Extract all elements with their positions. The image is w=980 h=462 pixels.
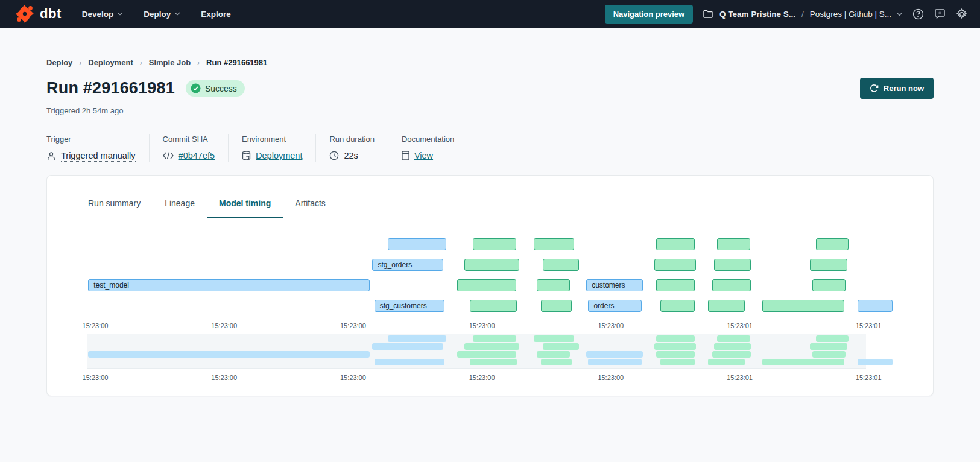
overview-bar [457,351,516,358]
model-bar-customers[interactable]: customers [586,279,643,291]
overview-bar [534,335,574,342]
help-icon[interactable] [911,7,925,21]
model-timing-chart: stg_orderstest_modelcustomersstg_custome… [83,226,909,385]
feedback-icon[interactable] [933,7,946,21]
project-selector[interactable]: Q Team Pristine S... [719,10,795,19]
gantt-overview-chart[interactable]: 15:23:0015:23:0015:23:0015:23:0015:23:00… [83,334,909,385]
environment-selector[interactable]: Postgres | Github | S... [810,10,891,19]
model-bar[interactable] [858,300,893,312]
model-bar[interactable] [660,300,695,312]
time-axis-label: 15:23:01 [856,374,882,381]
overview-bar [586,351,643,358]
model-bar-stg_customers[interactable]: stg_customers [375,300,444,312]
overview-bar [816,335,849,342]
breadcrumb-item[interactable]: Deployment [88,58,133,67]
run-meta-row: TriggerTriggered manuallyCommit SHA#0b47… [46,134,934,162]
nav-item-explore[interactable]: Explore [201,10,231,19]
model-bar-label: orders [589,302,614,310]
tab-lineage[interactable]: Lineage [153,190,207,218]
dbt-logo-text: dbt [40,6,62,22]
model-bar[interactable] [656,279,695,291]
model-bar-stg_orders[interactable]: stg_orders [372,259,443,271]
code-icon [163,152,174,159]
rerun-icon [870,84,879,93]
breadcrumb-item[interactable]: SImple Job [149,58,191,67]
model-bar[interactable] [654,259,695,271]
overview-bar [708,359,745,365]
model-bar[interactable] [708,300,745,312]
model-bar[interactable] [473,238,516,250]
model-bar[interactable] [534,238,574,250]
meta-label: Commit SHA [163,134,215,144]
model-bar-label: customers [587,281,625,290]
dbt-logo-icon [14,4,35,24]
meta-label: Environment [242,134,302,144]
model-bar[interactable] [712,279,751,291]
meta-value: 22s [344,151,358,160]
model-bar-label: stg_customers [375,302,427,310]
meta-environment: EnvironmentDeployment [229,134,316,162]
tab-bar-divider [71,218,909,218]
run-detail-card: Run summaryLineageModel timingArtifacts … [46,175,934,396]
meta-trigger: TriggerTriggered manually [46,134,150,162]
path-separator: / [801,10,804,19]
nav-item-develop[interactable]: Develop [82,10,124,19]
time-axis-label: 15:23:01 [727,322,753,329]
model-bar[interactable] [717,238,750,250]
tab-run-summary[interactable]: Run summary [76,190,153,218]
page-title: Run #291661981 [46,79,175,98]
model-bar[interactable] [388,238,446,250]
model-bar[interactable] [714,259,751,271]
model-bar-orders[interactable]: orders [588,300,642,312]
time-axis-label: 15:23:01 [856,322,882,329]
person-icon [46,151,56,161]
model-bar[interactable] [541,300,571,312]
breadcrumb-item[interactable]: Deploy [46,58,72,67]
rerun-now-button[interactable]: Rerun now [860,78,934,99]
model-bar[interactable] [457,279,516,291]
model-bar[interactable] [812,279,845,291]
overview-bar [372,343,443,350]
model-bar[interactable] [537,279,571,291]
status-badge-label: Success [205,84,237,93]
model-bar-label: stg_orders [373,261,412,269]
meta-value[interactable]: View [414,151,433,160]
chevron-down-icon[interactable] [896,12,903,16]
model-bar[interactable] [810,259,847,271]
overview-bar [541,359,571,365]
overview-bar [543,343,580,350]
overview-bar [712,351,751,358]
model-bar[interactable] [762,300,844,312]
chevron-down-icon [174,12,180,16]
time-axis-label: 15:23:00 [598,322,624,329]
model-bar[interactable] [464,259,519,271]
nav-item-deploy[interactable]: Deploy [144,10,180,19]
model-bar[interactable] [470,300,517,312]
time-axis-label: 15:23:00 [340,374,366,381]
top-navigation-bar: dbt DevelopDeployExplore Navigation prev… [0,0,980,28]
meta-commit-sha: Commit SHA#0b47ef5 [150,134,229,162]
overview-bar [858,359,893,365]
dbt-logo[interactable]: dbt [14,4,62,24]
tab-model-timing[interactable]: Model timing [207,190,283,218]
model-bar-test_model[interactable]: test_model [88,279,370,291]
model-bar[interactable] [656,238,695,250]
overview-bar [810,343,847,350]
clock-icon [329,151,339,160]
tab-artifacts[interactable]: Artifacts [283,190,338,218]
navigation-preview-button[interactable]: Navigation preview [605,5,693,24]
meta-documentation: DocumentationView [388,134,467,162]
time-axis-label: 15:23:00 [469,322,495,329]
breadcrumb: Deploy›Deployment›SImple Job›Run #291661… [46,58,934,67]
overview-bar [588,359,642,365]
meta-label: Trigger [46,134,136,144]
model-bar[interactable] [816,238,849,250]
overview-bar [537,351,571,358]
meta-value[interactable]: Deployment [256,151,302,160]
settings-gear-icon[interactable] [955,7,968,21]
model-bar[interactable] [543,259,580,271]
meta-value: Triggered manually [61,151,136,162]
meta-value[interactable]: #0b47ef5 [179,151,215,160]
overview-bar [714,343,751,350]
folder-icon [701,7,715,21]
